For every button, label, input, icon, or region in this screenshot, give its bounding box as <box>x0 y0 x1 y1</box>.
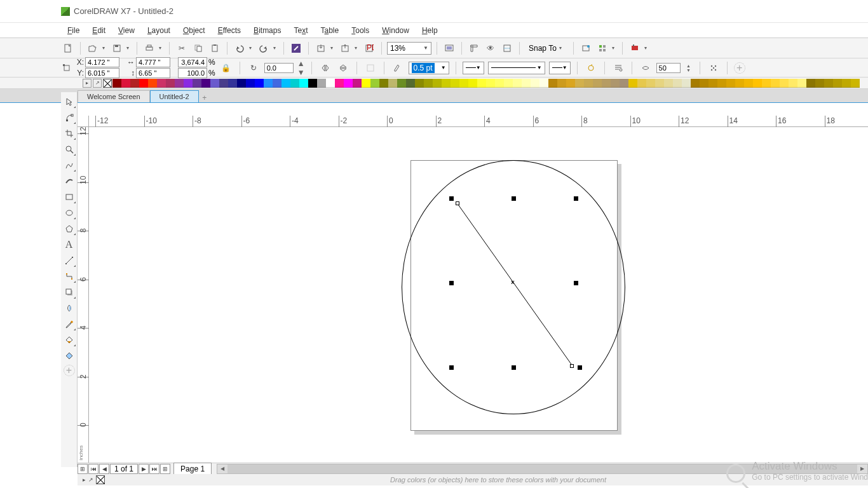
drawing-canvas[interactable]: × <box>89 127 868 463</box>
scroll-right-icon[interactable]: ▶ <box>857 464 867 473</box>
color-swatch[interactable] <box>201 79 210 88</box>
menu-window[interactable]: Window <box>376 24 416 37</box>
options-icon[interactable] <box>579 41 593 55</box>
color-swatch[interactable] <box>620 79 628 88</box>
color-swatch[interactable] <box>557 79 566 88</box>
color-swatch[interactable] <box>691 79 700 88</box>
color-swatch[interactable] <box>353 79 362 88</box>
node-end[interactable] <box>570 364 574 368</box>
color-swatch[interactable] <box>628 79 637 88</box>
color-swatch[interactable] <box>664 79 673 88</box>
add-property-icon[interactable]: + <box>734 62 745 74</box>
scroll-left-icon[interactable]: ◀ <box>217 464 227 473</box>
color-swatch[interactable] <box>415 79 424 88</box>
menu-file[interactable]: File <box>61 24 86 37</box>
color-swatch[interactable] <box>228 79 237 88</box>
color-swatch[interactable] <box>139 79 148 88</box>
color-swatch[interactable] <box>193 79 201 88</box>
palette-flyout-icon[interactable]: ↗ <box>93 79 102 88</box>
color-swatch[interactable] <box>495 79 504 88</box>
color-swatch[interactable] <box>593 79 602 88</box>
menu-effects[interactable]: Effects <box>212 24 247 37</box>
outline-width-combo[interactable]: 0.5 pt▼ <box>409 62 449 74</box>
color-swatch[interactable] <box>246 79 255 88</box>
wrap-paragraph-icon[interactable] <box>611 61 625 75</box>
palette-prev-icon[interactable]: ▸ <box>83 79 92 88</box>
artistic-media-icon[interactable] <box>62 174 76 188</box>
ruler-origin[interactable] <box>78 116 89 127</box>
close-curve-icon[interactable] <box>584 61 598 75</box>
dimension-tool-icon[interactable] <box>62 254 76 268</box>
palette-expand-icon[interactable]: ▸ <box>83 477 86 483</box>
color-swatch[interactable] <box>264 79 273 88</box>
handle-s[interactable] <box>512 365 516 370</box>
redo-icon[interactable] <box>257 41 271 55</box>
scale-y-input[interactable]: 100.0 <box>178 68 207 78</box>
color-swatch[interactable] <box>335 79 344 88</box>
menu-text[interactable]: Text <box>287 24 314 37</box>
add-page-before-icon[interactable]: ⊞ <box>78 464 88 474</box>
color-swatch[interactable] <box>771 79 780 88</box>
color-swatch[interactable] <box>166 79 175 88</box>
color-swatch[interactable] <box>566 79 575 88</box>
color-swatch[interactable] <box>815 79 824 88</box>
import-icon[interactable] <box>314 41 328 55</box>
text-tool-icon[interactable]: A <box>62 238 76 252</box>
color-swatch[interactable] <box>646 79 655 88</box>
tab-add-icon[interactable]: + <box>199 93 210 102</box>
doc-no-color-swatch[interactable] <box>96 475 105 484</box>
freehand-tool-icon[interactable] <box>62 158 76 172</box>
print-icon[interactable] <box>142 41 156 55</box>
color-swatch[interactable] <box>655 79 664 88</box>
color-swatch[interactable] <box>406 79 415 88</box>
x-position-input[interactable]: 4.172 " <box>85 57 119 67</box>
width-input[interactable]: 4.777 " <box>136 57 170 67</box>
no-color-swatch[interactable] <box>103 79 112 88</box>
color-swatch[interactable] <box>237 79 246 88</box>
color-swatch[interactable] <box>717 79 726 88</box>
app-launcher-icon[interactable] <box>595 41 609 55</box>
color-swatch[interactable] <box>424 79 433 88</box>
color-swatch[interactable] <box>611 79 620 88</box>
color-swatch[interactable] <box>504 79 513 88</box>
color-swatch[interactable] <box>219 79 228 88</box>
snap-to-dropdown[interactable]: Snap To▾ <box>525 41 568 55</box>
lock-ratio-icon[interactable]: 🔒 <box>219 61 233 75</box>
color-swatch[interactable] <box>121 79 130 88</box>
color-swatch[interactable] <box>175 79 184 88</box>
overprint-input[interactable]: 50 <box>656 63 681 73</box>
color-swatch[interactable] <box>290 79 299 88</box>
mirror-v-icon[interactable] <box>336 61 350 75</box>
menu-edit[interactable]: Edit <box>86 24 112 37</box>
color-swatch[interactable] <box>344 79 353 88</box>
new-icon[interactable] <box>61 41 75 55</box>
handle-e[interactable] <box>574 281 578 285</box>
customize-icon[interactable] <box>628 41 642 55</box>
color-swatch[interactable] <box>442 79 451 88</box>
show-rulers-icon[interactable] <box>467 41 481 55</box>
next-page-icon[interactable]: ▶ <box>139 464 149 474</box>
color-swatch[interactable] <box>459 79 468 88</box>
wrap-text-icon[interactable] <box>363 61 377 75</box>
color-swatch[interactable] <box>184 79 193 88</box>
save-icon[interactable] <box>110 41 124 55</box>
shape-tool-icon[interactable] <box>62 111 76 125</box>
bounding-box-icon[interactable] <box>707 61 721 75</box>
smart-fill-icon[interactable] <box>62 349 76 363</box>
color-swatch[interactable] <box>513 79 522 88</box>
handle-w[interactable] <box>449 281 454 285</box>
color-swatch[interactable] <box>468 79 477 88</box>
color-swatch[interactable] <box>539 79 548 88</box>
color-swatch[interactable] <box>379 79 388 88</box>
ruler-vertical[interactable]: inches 121086420 <box>78 127 89 463</box>
rectangle-tool-icon[interactable] <box>62 190 76 204</box>
color-swatch[interactable] <box>726 79 735 88</box>
color-swatch[interactable] <box>273 79 281 88</box>
color-swatch[interactable] <box>317 79 326 88</box>
handle-center[interactable]: × <box>511 279 515 286</box>
color-swatch[interactable] <box>388 79 397 88</box>
menu-help[interactable]: Help <box>416 24 444 37</box>
ellipse-tool-icon[interactable] <box>62 206 76 220</box>
tab-welcome[interactable]: Welcome Screen <box>78 90 150 102</box>
color-swatch[interactable] <box>531 79 539 88</box>
